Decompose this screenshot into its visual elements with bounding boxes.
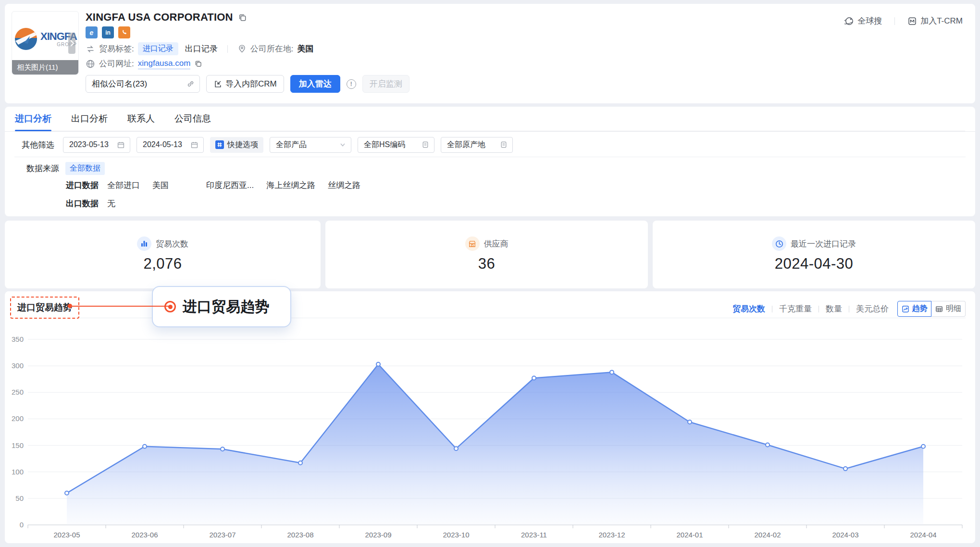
trade-count-card: 贸易次数 2,076: [5, 221, 321, 288]
import-data-item[interactable]: 美国: [152, 180, 169, 191]
company-logo[interactable]: XINGFA GROUP 相关图片(11): [12, 11, 79, 75]
data-point[interactable]: [532, 376, 536, 380]
related-images-label[interactable]: 相关图片(11): [12, 60, 78, 75]
website-link[interactable]: xingfausa.com: [138, 59, 191, 69]
data-point[interactable]: [143, 445, 147, 448]
tab-label: 出口分析: [71, 112, 108, 125]
view-detail-button[interactable]: 明细: [931, 301, 966, 317]
import-trend-chart[interactable]: 0501001502002503003502023-052023-062023-…: [10, 329, 971, 543]
import-data-row: 进口数据 全部进口 美国 印度尼西亚... 海上丝绸之路 丝绸之路: [66, 180, 373, 191]
join-tcrm-button[interactable]: 加入T-CRM: [907, 15, 963, 26]
tab-company-info[interactable]: 公司信息: [174, 107, 211, 131]
all-data-chip[interactable]: 全部数据: [65, 162, 105, 175]
date-start-value: 2023-05-13: [69, 140, 109, 149]
x-axis-label: 2024-02: [754, 531, 781, 539]
import-data-item[interactable]: 海上丝绸之路: [266, 180, 315, 191]
metric-usd-total[interactable]: 美元总价: [856, 303, 889, 314]
view-toggle-group: 趋势 明细: [897, 301, 966, 317]
data-point[interactable]: [221, 447, 224, 451]
trend-area: [67, 364, 923, 525]
clock-icon: [772, 236, 786, 251]
stat-label: 贸易次数: [156, 238, 188, 249]
social-icons-row: e in: [86, 26, 130, 38]
all-products-value: 全部产品: [276, 140, 307, 150]
website-e-icon[interactable]: e: [86, 26, 98, 38]
data-point[interactable]: [454, 447, 458, 450]
metric-trade-count[interactable]: 贸易次数: [732, 303, 765, 314]
list-doc-icon: [422, 141, 429, 149]
date-end-value: 2024-05-13: [143, 140, 182, 149]
view-trend-button[interactable]: 趋势: [897, 301, 931, 317]
data-point[interactable]: [298, 461, 302, 465]
divider: [819, 306, 819, 312]
x-axis-label: 2023-11: [521, 531, 547, 539]
y-axis-label: 0: [20, 521, 24, 529]
trend-chart-icon: [902, 305, 909, 313]
stat-value: 2024-04-30: [775, 255, 854, 273]
import-crm-button[interactable]: 导入内部CRM: [206, 75, 284, 93]
y-axis-label: 150: [12, 441, 24, 449]
date-end-input[interactable]: 2024-05-13: [136, 137, 204, 153]
website-row: 公司网址: xingfausa.com: [86, 58, 202, 69]
export-record-tag[interactable]: 出口记录: [185, 43, 218, 54]
copy-name-icon[interactable]: [238, 13, 247, 22]
data-point[interactable]: [65, 491, 69, 495]
active-tab-indicator: [15, 130, 51, 131]
table-icon: [935, 305, 943, 313]
global-search-label: 全球搜: [857, 15, 882, 26]
similar-companies-field[interactable]: 相似公司名(23): [86, 75, 200, 93]
add-radar-label: 加入雷达: [299, 78, 332, 89]
data-point[interactable]: [376, 362, 380, 366]
import-data-item[interactable]: 丝绸之路: [328, 180, 360, 191]
header-actions-row: 相似公司名(23) 导入内部CRM 加入雷达 ! 开启监测: [86, 75, 409, 93]
tab-label: 公司信息: [174, 112, 211, 125]
data-point[interactable]: [844, 467, 847, 471]
x-axis-label: 2024-01: [676, 531, 703, 539]
start-monitoring-button[interactable]: 开启监测: [362, 75, 409, 93]
tab-label: 进口分析: [15, 112, 51, 125]
tab-export-analysis[interactable]: 出口分析: [71, 107, 108, 131]
import-data-item[interactable]: 印度尼西亚...: [206, 180, 254, 191]
import-record-tag[interactable]: 进口记录: [138, 42, 178, 55]
trade-label: 贸易标签:: [99, 43, 134, 54]
divider: [772, 306, 772, 312]
calendar-icon: [117, 141, 125, 149]
import-trend-card: 进口贸易趋势 进口贸易趋势 贸易次数 千克重量 数量 美元总价 趋势 明细 05…: [5, 291, 975, 543]
tab-contacts[interactable]: 联系人: [127, 107, 155, 131]
location-value: 美国: [297, 43, 313, 54]
y-axis-label: 50: [15, 494, 24, 502]
chart-controls: 贸易次数 千克重量 数量 美元总价 趋势 明细: [732, 301, 966, 317]
stat-label: 供应商: [484, 238, 509, 249]
quick-options-button[interactable]: 快捷选项: [210, 137, 263, 153]
annotation-line: [71, 306, 171, 307]
data-point[interactable]: [766, 443, 769, 447]
x-axis-label: 2023-06: [131, 531, 158, 539]
all-origins-select[interactable]: 全部原产地: [441, 137, 513, 153]
data-point[interactable]: [688, 420, 692, 424]
header-top-right: 全球搜 加入T-CRM: [844, 15, 963, 26]
location-pin-icon: [237, 44, 247, 53]
info-icon[interactable]: !: [347, 79, 356, 89]
filter-row: 其他筛选 2023-05-13 2024-05-13 快捷选项 全部产品 全部H…: [22, 137, 513, 153]
all-hs-codes-select[interactable]: 全部HS编码: [358, 137, 434, 153]
all-hs-codes-value: 全部HS编码: [364, 140, 405, 150]
linkedin-icon[interactable]: in: [102, 26, 114, 38]
globe-icon: [86, 59, 95, 69]
logo-next-chevron[interactable]: [68, 33, 75, 54]
tab-import-analysis[interactable]: 进口分析: [15, 107, 51, 131]
global-search-button[interactable]: 全球搜: [844, 15, 882, 26]
website-label: 公司网址:: [99, 58, 134, 69]
add-radar-button[interactable]: 加入雷达: [290, 75, 340, 93]
x-axis-label: 2023-12: [598, 531, 625, 539]
data-point[interactable]: [921, 445, 925, 448]
metric-quantity[interactable]: 数量: [826, 303, 842, 314]
copy-website-icon[interactable]: [194, 60, 202, 68]
metric-kg-weight[interactable]: 千克重量: [779, 303, 812, 314]
quick-options-label: 快捷选项: [227, 140, 258, 150]
data-point[interactable]: [610, 370, 614, 374]
phone-icon[interactable]: [118, 26, 130, 38]
import-crm-label: 导入内部CRM: [225, 78, 277, 89]
date-start-input[interactable]: 2023-05-13: [63, 137, 130, 153]
all-products-select[interactable]: 全部产品: [270, 137, 351, 153]
import-data-item[interactable]: 全部进口: [107, 180, 140, 191]
